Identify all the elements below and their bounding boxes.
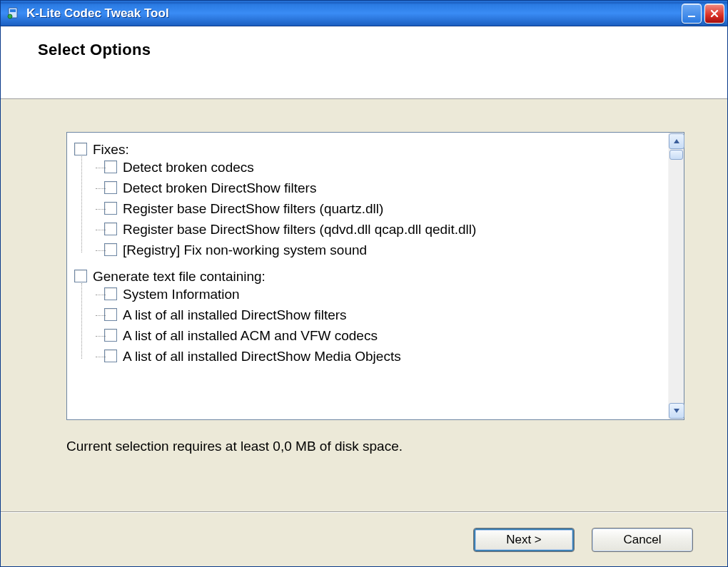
scroll-up-button[interactable]	[669, 133, 684, 149]
option-item[interactable]: A list of all installed DirectShow filte…	[89, 304, 665, 325]
page-header: Select Options	[1, 26, 727, 99]
checkbox[interactable]	[104, 308, 117, 321]
option-group: Fixes:Detect broken codecsDetect broken …	[74, 138, 665, 265]
svg-rect-3	[688, 16, 695, 17]
options-tree: Fixes:Detect broken codecsDetect broken …	[70, 134, 665, 372]
app-icon	[5, 6, 21, 21]
checkbox[interactable]	[74, 143, 87, 155]
scroll-thumb[interactable]	[669, 150, 683, 160]
cancel-button[interactable]: Cancel	[592, 528, 693, 552]
option-item[interactable]: A list of all installed DirectShow Media…	[89, 345, 665, 366]
options-listbox: Fixes:Detect broken codecsDetect broken …	[66, 132, 684, 420]
status-text: Current selection requires at least 0,0 …	[66, 439, 684, 454]
option-item[interactable]: [Registry] Fix non-working system sound	[89, 239, 665, 260]
checkbox[interactable]	[104, 329, 117, 342]
svg-rect-1	[10, 9, 16, 12]
close-button[interactable]	[704, 4, 724, 24]
option-item-label: Register base DirectShow filters (qdvd.d…	[123, 221, 476, 236]
checkbox[interactable]	[104, 181, 117, 194]
checkbox[interactable]	[104, 202, 117, 215]
option-item-label: System Information	[123, 286, 240, 301]
scroll-down-button[interactable]	[669, 403, 684, 419]
option-item[interactable]: A list of all installed ACM and VFW code…	[89, 325, 665, 345]
minimize-button[interactable]	[682, 4, 702, 24]
window: K-Lite Codec Tweak Tool Select Options F…	[0, 0, 728, 567]
checkbox[interactable]	[104, 223, 117, 235]
titlebar[interactable]: K-Lite Codec Tweak Tool	[1, 1, 727, 26]
option-item[interactable]: Register base DirectShow filters (qdvd.d…	[89, 218, 665, 239]
option-item[interactable]: Detect broken DirectShow filters	[89, 177, 665, 198]
option-item-label: Detect broken codecs	[123, 159, 254, 174]
option-group-header[interactable]: Fixes:	[74, 141, 665, 156]
option-item[interactable]: System Information	[89, 283, 665, 304]
option-item[interactable]: Register base DirectShow filters (quartz…	[89, 198, 665, 218]
option-group-label: Generate text file containing:	[93, 268, 266, 283]
svg-point-2	[8, 14, 12, 19]
option-item-label: Register base DirectShow filters (quartz…	[123, 200, 383, 215]
checkbox[interactable]	[74, 270, 87, 282]
option-group-header[interactable]: Generate text file containing:	[74, 268, 665, 283]
option-item-label: A list of all installed DirectShow Media…	[123, 348, 401, 363]
option-group: Generate text file containing:System Inf…	[74, 265, 665, 372]
option-item-label: A list of all installed DirectShow filte…	[123, 307, 347, 322]
next-button[interactable]: Next >	[473, 528, 575, 552]
footer: Next > Cancel	[1, 512, 727, 566]
option-group-label: Fixes:	[93, 141, 129, 156]
option-item-label: [Registry] Fix non-working system sound	[123, 242, 367, 257]
checkbox[interactable]	[104, 243, 117, 256]
checkbox[interactable]	[104, 287, 117, 300]
page-title: Select Options	[38, 41, 699, 59]
checkbox[interactable]	[104, 349, 117, 362]
scrollbar[interactable]	[668, 133, 684, 419]
page-body: Fixes:Detect broken codecsDetect broken …	[1, 99, 727, 512]
scroll-track[interactable]	[669, 150, 684, 402]
option-item-label: Detect broken DirectShow filters	[123, 180, 316, 195]
option-item[interactable]: Detect broken codecs	[89, 156, 665, 177]
option-item-label: A list of all installed ACM and VFW code…	[123, 327, 378, 342]
checkbox[interactable]	[104, 160, 117, 173]
window-title: K-Lite Codec Tweak Tool	[26, 6, 169, 21]
